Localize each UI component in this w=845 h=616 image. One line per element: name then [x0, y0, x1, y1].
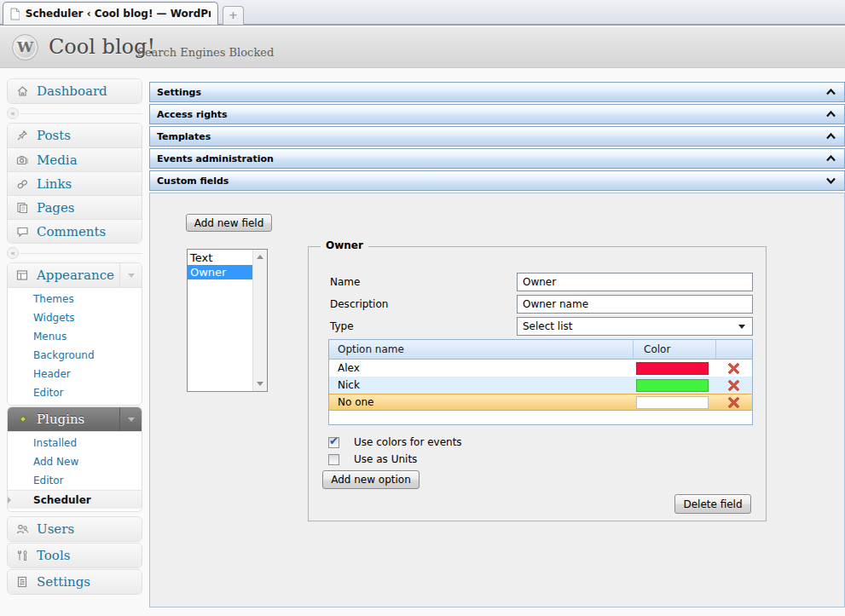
submenu-item-background[interactable]: Background: [8, 346, 142, 365]
new-tab-button[interactable]: +: [223, 6, 244, 25]
type-label: Type: [330, 317, 354, 336]
settings-sliders-icon: [15, 576, 30, 589]
settings-box: Settings: [7, 569, 142, 595]
sidebar-item-label: Media: [37, 153, 78, 168]
tools-icon: [15, 550, 30, 562]
home-icon: [15, 85, 30, 98]
color-column-header: Color: [633, 340, 715, 359]
listbox-scrollbar[interactable]: [252, 250, 267, 391]
actions-column-header: [715, 340, 752, 359]
chevron-up-icon: [826, 155, 836, 162]
scroll-down-arrow-icon[interactable]: [257, 382, 263, 386]
chevron-up-icon: [826, 133, 836, 140]
checkbox-label: Use as Units: [354, 453, 417, 465]
sidebar-item-label: Tools: [37, 548, 70, 563]
menu-expand-arrow[interactable]: [119, 263, 142, 287]
field-list-item-text[interactable]: Text: [188, 250, 252, 265]
sidebar-item-tools[interactable]: Tools: [8, 544, 142, 567]
accordion-section-settings[interactable]: Settings: [149, 82, 845, 102]
plugins-submenu: Installed Add New Editor Scheduler: [8, 431, 142, 511]
field-editor-groupbox: Owner Name Description Type Select list …: [308, 246, 767, 521]
sidebar-item-label: Appearance: [37, 268, 114, 283]
option-row-no-one[interactable]: No one: [329, 394, 752, 411]
sidebar-item-dashboard[interactable]: Dashboard: [8, 79, 142, 103]
color-swatch[interactable]: [636, 396, 709, 409]
sidebar-item-label: Pages: [37, 200, 75, 216]
accordion-section-custom-fields[interactable]: Custom fields: [149, 170, 845, 191]
option-row-alex[interactable]: Alex: [329, 360, 752, 377]
submenu-item-menus[interactable]: Menus: [8, 327, 142, 346]
users-icon: [15, 523, 30, 536]
submenu-item-widgets[interactable]: Widgets: [8, 308, 142, 327]
content-menu-box: Posts Media Links Pages Comments: [7, 123, 142, 244]
field-list-item-owner[interactable]: Owner: [188, 265, 252, 279]
type-select[interactable]: Select list: [517, 317, 753, 336]
submenu-item-themes[interactable]: Themes: [8, 290, 142, 308]
accordion-section-events-administration[interactable]: Events administration: [149, 148, 845, 169]
add-new-option-button[interactable]: Add new option: [322, 470, 420, 489]
sidebar-item-label: Users: [37, 521, 74, 537]
sidebar-item-label: Settings: [37, 574, 90, 590]
color-swatch[interactable]: [636, 379, 709, 392]
chevron-up-icon: [826, 89, 836, 95]
use-colors-checkbox[interactable]: ✔: [328, 437, 339, 448]
menu-expand-arrow[interactable]: [119, 407, 142, 431]
option-name-column-header: Option name: [329, 343, 633, 355]
accordion-section-templates[interactable]: Templates: [149, 126, 845, 147]
tab-title: Scheduler ‹ Cool blog! — WordPress: [26, 8, 211, 20]
description-input[interactable]: [517, 295, 753, 314]
submenu-item-header[interactable]: Header: [8, 365, 142, 383]
sidebar-item-pages[interactable]: Pages: [8, 195, 142, 219]
submenu-item-scheduler-current[interactable]: Scheduler: [8, 490, 142, 509]
use-colors-checkbox-row: ✔ Use colors for events: [328, 436, 462, 448]
collapse-menu-button[interactable]: «: [7, 107, 19, 119]
collapse-menu-button[interactable]: «: [7, 247, 19, 259]
chevron-down-icon: [128, 417, 135, 422]
current-item-arrow-icon: [7, 496, 11, 504]
submenu-item-add-new[interactable]: Add New: [8, 452, 142, 471]
plugins-box: Plugins Installed Add New Editor Schedul…: [7, 406, 142, 512]
color-swatch[interactable]: [636, 362, 709, 375]
accordion-label: Settings: [157, 87, 201, 98]
option-row-nick[interactable]: Nick: [329, 377, 752, 394]
add-new-field-button[interactable]: Add new field: [186, 214, 272, 232]
delete-field-button[interactable]: Delete field: [674, 494, 751, 514]
name-input[interactable]: [517, 273, 753, 291]
wordpress-logo: W: [12, 34, 38, 60]
browser-tab[interactable]: Scheduler ‹ Cool blog! — WordPress: [3, 2, 218, 25]
field-listbox[interactable]: Text Owner: [187, 249, 268, 392]
checkbox-label: Use colors for events: [354, 436, 462, 448]
option-color-cell: [633, 377, 715, 394]
scroll-up-arrow-icon[interactable]: [257, 255, 263, 259]
option-color-cell: [633, 360, 715, 377]
chevron-icon: [826, 177, 836, 184]
sidebar-item-users[interactable]: Users: [8, 517, 142, 541]
appearance-icon: [15, 269, 30, 282]
sidebar-item-appearance[interactable]: Appearance: [8, 263, 142, 287]
field-list-items: Text Owner: [188, 250, 252, 391]
submenu-item-installed[interactable]: Installed: [8, 434, 142, 452]
type-select-value: Select list: [523, 320, 572, 332]
sidebar-item-media[interactable]: Media: [8, 147, 142, 171]
sidebar-item-plugins[interactable]: Plugins: [8, 407, 142, 431]
accordion-label: Access rights: [157, 109, 228, 120]
use-as-units-checkbox[interactable]: ✔: [328, 454, 339, 465]
separator-line: [20, 113, 142, 114]
sidebar-item-label: Links: [37, 176, 72, 192]
sidebar-separator: «: [7, 247, 142, 259]
accordion-section-access-rights[interactable]: Access rights: [149, 104, 845, 124]
sidebar-item-posts[interactable]: Posts: [8, 124, 142, 147]
option-actions-cell: [715, 394, 752, 410]
sidebar-item-comments[interactable]: Comments: [8, 219, 142, 243]
custom-fields-panel: Add new field Text Owner Owner Name Desc…: [149, 193, 845, 607]
sidebar-item-settings[interactable]: Settings: [8, 570, 142, 594]
delete-option-icon[interactable]: [727, 379, 740, 392]
submenu-item-editor[interactable]: Editor: [8, 383, 142, 402]
users-box: Users: [7, 516, 142, 542]
submenu-item-editor[interactable]: Editor: [8, 471, 142, 490]
sidebar-item-links[interactable]: Links: [8, 171, 142, 195]
delete-option-icon[interactable]: [727, 362, 740, 375]
delete-option-icon[interactable]: [727, 396, 740, 409]
option-actions-cell: [715, 360, 752, 377]
separator-line: [20, 253, 142, 254]
